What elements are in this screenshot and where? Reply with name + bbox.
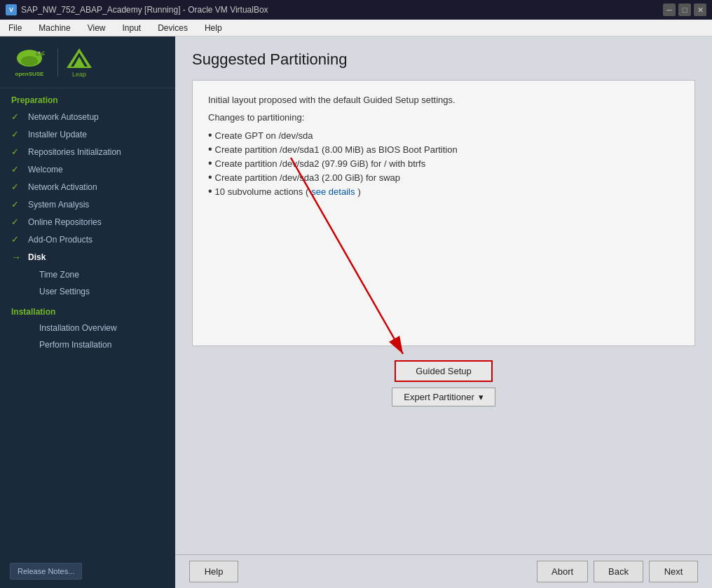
sidebar-logo: openSUSE Leap: [0, 36, 175, 88]
window-title: SAP_NW_752_ABAP_Academy [Running] - Orac…: [21, 5, 268, 15]
window-controls[interactable]: ─ □ ✕: [663, 4, 706, 16]
minimize-button[interactable]: ─: [663, 4, 676, 16]
sidebar-item-addon-products[interactable]: ✓ Add-On Products: [0, 231, 175, 248]
partition-item-gpt: Create GPT on /dev/sda: [208, 128, 679, 142]
sidebar-item-network-autosetup[interactable]: ✓ Network Autosetup: [0, 108, 175, 125]
sidebar-bottom: Release Notes...: [0, 554, 175, 588]
svg-point-4: [39, 52, 39, 53]
sidebar-item-label: Time Zone: [39, 270, 79, 280]
svg-point-2: [21, 56, 38, 66]
menu-view[interactable]: View: [83, 22, 110, 34]
sidebar-item-perform-installation[interactable]: Perform Installation: [0, 336, 175, 353]
see-details-link[interactable]: see details: [311, 186, 355, 197]
sidebar-item-installer-update[interactable]: ✓ Installer Update: [0, 125, 175, 143]
release-notes-button[interactable]: Release Notes...: [10, 563, 82, 580]
partition-list: Create GPT on /dev/sda Create partition …: [208, 128, 679, 198]
sidebar-item-user-settings[interactable]: User Settings: [0, 283, 175, 300]
back-button[interactable]: Back: [594, 561, 643, 582]
sidebar-item-network-activation[interactable]: ✓ Network Activation: [0, 178, 175, 196]
arrow-icon: →: [11, 252, 22, 263]
leap-text: Leap: [72, 71, 86, 78]
sidebar-item-label: Perform Installation: [39, 340, 111, 350]
check-icon: ✓: [11, 111, 22, 122]
sidebar-item-system-analysis[interactable]: ✓ System Analysis: [0, 196, 175, 213]
sidebar-item-label: System Analysis: [28, 200, 89, 210]
check-icon: ✓: [11, 129, 22, 139]
sidebar-item-repos-init[interactable]: ✓ Repositories Initialization: [0, 143, 175, 160]
partition-item-sda1: Create partition /dev/sda1 (8.00 MiB) as…: [208, 142, 679, 156]
logo-divider: [57, 48, 58, 76]
menu-devices[interactable]: Devices: [153, 22, 192, 34]
partition-item-text: 10 subvolume actions (: [215, 186, 309, 197]
close-button[interactable]: ✕: [694, 4, 706, 16]
sidebar-item-label: User Settings: [39, 287, 90, 296]
sidebar-item-label: Add-On Products: [28, 235, 93, 245]
partition-item-subvolumes: 10 subvolume actions (see details): [208, 184, 679, 198]
maximize-button[interactable]: □: [678, 4, 691, 16]
title-bar-left: V SAP_NW_752_ABAP_Academy [Running] - Or…: [6, 4, 268, 15]
sidebar-item-label: Repositories Initialization: [28, 147, 121, 157]
partition-changes-label: Changes to partitioning:: [208, 112, 679, 123]
bottom-right-buttons: Abort Back Next: [537, 561, 698, 582]
sidebar-item-time-zone[interactable]: Time Zone: [0, 266, 175, 283]
sidebar-item-label: Disk: [28, 252, 46, 262]
main-container: openSUSE Leap Preparation ✓ Network Auto…: [0, 36, 712, 588]
sidebar-item-label: Online Repositories: [28, 217, 102, 227]
sidebar-item-installation-overview[interactable]: Installation Overview: [0, 320, 175, 336]
expert-partitioner-label: Expert Partitioner: [404, 392, 474, 402]
sidebar-item-online-repos[interactable]: ✓ Online Repositories: [0, 213, 175, 231]
expert-dropdown-arrow-icon: ▾: [479, 392, 484, 402]
sidebar-item-label: Welcome: [28, 165, 63, 175]
partition-item-sda3: Create partition /dev/sda3 (2.00 GiB) fo…: [208, 170, 679, 184]
content-inner: Suggested Partitioning Initial layout pr…: [175, 36, 712, 554]
partition-box: Initial layout proposed with the default…: [192, 80, 695, 346]
sidebar-item-label: Network Autosetup: [28, 112, 99, 122]
title-bar: V SAP_NW_752_ABAP_Academy [Running] - Or…: [0, 0, 712, 20]
help-button[interactable]: Help: [189, 561, 238, 582]
installation-section-label: Installation: [0, 300, 175, 320]
preparation-section-label: Preparation: [0, 88, 175, 108]
abort-button[interactable]: Abort: [537, 561, 588, 582]
menu-input[interactable]: Input: [118, 22, 146, 34]
next-button[interactable]: Next: [649, 561, 698, 582]
check-icon: ✓: [11, 164, 22, 175]
sidebar-item-label: Installation Overview: [39, 323, 117, 333]
partition-item-sda2: Create partition /dev/sda2 (97.99 GiB) f…: [208, 156, 679, 170]
check-icon: ✓: [11, 199, 22, 210]
leap-logo: Leap: [65, 47, 93, 78]
guided-area: Guided Setup Expert Partitioner ▾: [192, 360, 695, 406]
check-icon: ✓: [11, 146, 22, 157]
opensuse-text: openSUSE: [15, 71, 44, 77]
sidebar-item-welcome[interactable]: ✓ Welcome: [0, 160, 175, 178]
sidebar-item-disk[interactable]: → Disk: [0, 248, 175, 266]
menu-help[interactable]: Help: [200, 22, 226, 34]
see-details-suffix: ): [357, 186, 360, 197]
guided-setup-button[interactable]: Guided Setup: [395, 360, 493, 382]
expert-partitioner-button[interactable]: Expert Partitioner ▾: [392, 388, 495, 406]
bottom-bar: Help Abort Back Next: [175, 554, 712, 588]
menu-bar: File Machine View Input Devices Help: [0, 20, 712, 36]
chameleon-icon: [14, 47, 45, 69]
check-icon: ✓: [11, 234, 22, 245]
check-icon: ✓: [11, 217, 22, 227]
page-title: Suggested Partitioning: [192, 50, 695, 69]
sidebar: openSUSE Leap Preparation ✓ Network Auto…: [0, 36, 175, 588]
partition-item-text: Create partition /dev/sda2 (97.99 GiB) f…: [215, 158, 426, 169]
check-icon: ✓: [11, 182, 22, 192]
partition-item-text: Create partition /dev/sda1 (8.00 MiB) as…: [215, 144, 458, 155]
menu-machine[interactable]: Machine: [34, 22, 74, 34]
opensuse-logo: openSUSE: [8, 46, 50, 78]
content-area: Suggested Partitioning Initial layout pr…: [175, 36, 712, 588]
sidebar-item-label: Installer Update: [28, 130, 87, 139]
virtualbox-icon: V: [6, 4, 17, 15]
menu-file[interactable]: File: [4, 22, 26, 34]
partition-intro: Initial layout proposed with the default…: [208, 95, 679, 105]
partition-item-text: Create partition /dev/sda3 (2.00 GiB) fo…: [215, 172, 400, 183]
sidebar-item-label: Network Activation: [28, 182, 97, 192]
partition-item-text: Create GPT on /dev/sda: [215, 130, 313, 141]
leap-icon: [65, 47, 93, 69]
